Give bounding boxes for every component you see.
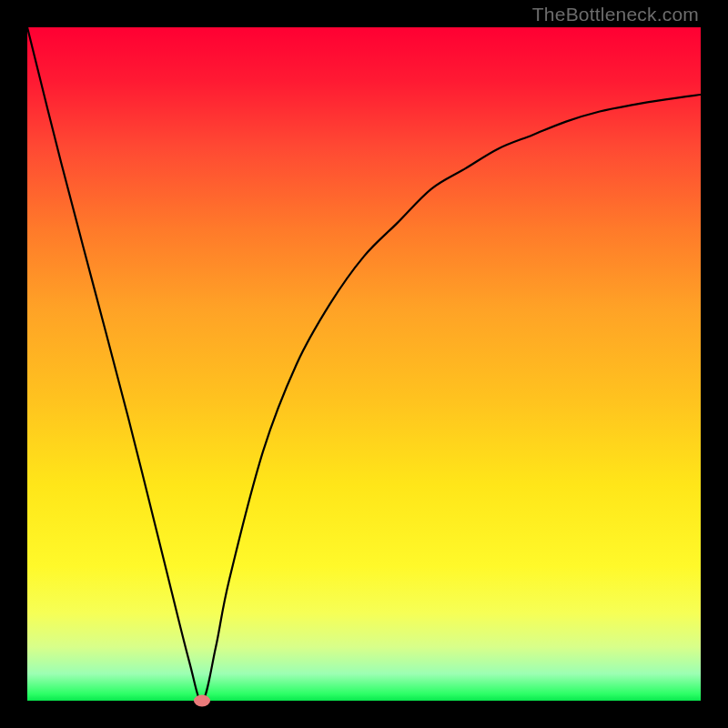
curve-path — [27, 27, 701, 701]
watermark-text: TheBottleneck.com — [532, 4, 699, 25]
bottleneck-curve — [27, 27, 701, 701]
minimum-marker — [194, 695, 210, 707]
plot-area — [27, 27, 701, 701]
chart-frame: TheBottleneck.com — [0, 0, 728, 728]
